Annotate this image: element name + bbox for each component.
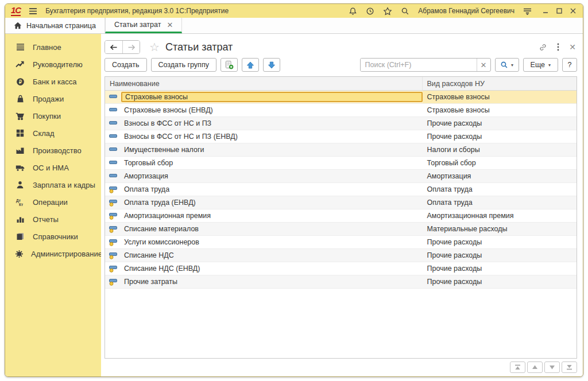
cost-item-name[interactable]: Списание НДС (ЕНВД) bbox=[121, 265, 423, 273]
more-actions-button[interactable]: Еще bbox=[523, 58, 558, 72]
notifications-bell-icon[interactable] bbox=[349, 7, 357, 15]
maximize-button[interactable] bbox=[556, 8, 562, 14]
expense-type-value[interactable]: Оплата труда bbox=[423, 183, 577, 196]
go-last-row-button[interactable] bbox=[562, 361, 577, 373]
go-first-row-button[interactable] bbox=[510, 361, 525, 373]
add-to-favorites-star-icon[interactable]: ☆ bbox=[149, 41, 160, 53]
sidebar-item-operations[interactable]: ДтКтОперации bbox=[5, 193, 101, 211]
cost-item-name[interactable]: Списание НДС bbox=[121, 251, 423, 259]
favorites-star-icon[interactable] bbox=[383, 7, 392, 15]
sidebar-item-fixed-assets[interactable]: ОС и НМА bbox=[5, 159, 101, 176]
sidebar-item-administration[interactable]: Администрирование bbox=[5, 245, 101, 262]
cost-item-name[interactable]: Торговый сбор bbox=[121, 159, 423, 167]
expense-type-value[interactable]: Амортизационная премия bbox=[423, 209, 577, 222]
sidebar-item-main[interactable]: Главное bbox=[5, 38, 101, 56]
move-down-button[interactable] bbox=[263, 58, 280, 72]
expense-type-value[interactable]: Прочие расходы bbox=[423, 262, 577, 275]
close-button[interactable] bbox=[570, 8, 576, 14]
table-row[interactable]: Прочие затратыПрочие расходы bbox=[105, 275, 577, 289]
expense-type-value[interactable]: Прочие расходы bbox=[423, 130, 577, 143]
table-row[interactable]: Страховые взносыСтраховые взносы bbox=[105, 91, 577, 104]
cost-item-name[interactable]: Оплата труда (ЕНВД) bbox=[121, 199, 423, 207]
go-next-row-button[interactable] bbox=[544, 361, 560, 373]
expense-type-value[interactable]: Амортизация bbox=[423, 170, 577, 182]
move-up-button[interactable] bbox=[242, 58, 259, 72]
section-sidebar: ГлавноеРуководителю₽Банк и кассаПродажиП… bbox=[5, 34, 101, 376]
sidebar-item-manager[interactable]: Руководителю bbox=[5, 56, 101, 73]
table-row[interactable]: Имущественные налогиНалоги и сборы bbox=[105, 143, 577, 157]
cost-item-name[interactable]: Прочие затраты bbox=[121, 278, 423, 286]
cost-item-name[interactable]: Взносы в ФСС от НС и ПЗ bbox=[121, 119, 423, 127]
history-icon[interactable] bbox=[366, 7, 374, 15]
table-row[interactable]: Списание НДСПрочие расходы bbox=[105, 249, 577, 262]
create-button[interactable]: Создать bbox=[105, 58, 147, 72]
more-menu-dots-icon[interactable] bbox=[557, 43, 559, 51]
cost-item-name[interactable]: Страховые взносы (ЕНВД) bbox=[121, 106, 423, 114]
table-row[interactable]: АмортизацияАмортизация bbox=[105, 170, 577, 183]
search-icon[interactable] bbox=[401, 7, 409, 15]
minimize-button[interactable] bbox=[543, 8, 548, 14]
sidebar-item-production[interactable]: Производство bbox=[5, 142, 101, 159]
expense-type-value[interactable]: Страховые взносы bbox=[423, 104, 577, 116]
sidebar-item-label: Отчеты bbox=[33, 215, 59, 224]
expense-type-value[interactable]: Страховые взносы bbox=[423, 91, 577, 103]
search-input[interactable] bbox=[361, 59, 477, 71]
sidebar-item-label: Продажи bbox=[33, 95, 64, 103]
go-previous-row-button[interactable] bbox=[527, 361, 543, 373]
sidebar-item-purchases[interactable]: Покупки bbox=[5, 107, 101, 125]
sidebar-item-label: Банк и касса bbox=[33, 77, 77, 86]
expense-type-value[interactable]: Прочие расходы bbox=[423, 117, 577, 130]
column-header-name[interactable]: Наименование bbox=[105, 77, 423, 90]
table-row[interactable]: Торговый сборТорговый сбор bbox=[105, 157, 577, 170]
back-button[interactable] bbox=[105, 41, 122, 53]
table-row[interactable]: Взносы в ФСС от НС и ПЗ (ЕНВД)Прочие рас… bbox=[105, 130, 577, 143]
expense-type-value[interactable]: Налоги и сборы bbox=[423, 143, 577, 156]
cost-item-name[interactable]: Взносы в ФСС от НС и ПЗ (ЕНВД) bbox=[121, 133, 423, 141]
table-row[interactable]: Взносы в ФСС от НС и ПЗПрочие расходы bbox=[105, 117, 577, 130]
create-group-button[interactable]: Создать группу bbox=[151, 58, 216, 72]
sidebar-item-warehouse[interactable]: Склад bbox=[5, 125, 101, 142]
table-row[interactable]: Списание НДС (ЕНВД)Прочие расходы bbox=[105, 262, 577, 275]
tab-home[interactable]: Начальная страница bbox=[5, 18, 105, 33]
sidebar-item-label: Покупки bbox=[33, 112, 61, 120]
column-header-expense-type[interactable]: Вид расходов НУ bbox=[423, 80, 577, 88]
table-row[interactable]: Амортизационная премияАмортизационная пр… bbox=[105, 209, 577, 223]
close-panel-icon[interactable]: ✕ bbox=[569, 43, 576, 51]
cost-item-name[interactable]: Оплата труда bbox=[121, 185, 423, 193]
table-nav-footer bbox=[105, 359, 577, 374]
cost-item-name[interactable]: Страховые взносы bbox=[121, 92, 423, 102]
sidebar-item-sales[interactable]: Продажи bbox=[5, 90, 101, 107]
expense-type-value[interactable]: Прочие расходы bbox=[423, 275, 577, 288]
table-row[interactable]: Оплата трудаОплата труда bbox=[105, 183, 577, 196]
tab-cost-items[interactable]: Статьи затрат ✕ bbox=[105, 18, 182, 33]
sidebar-item-reports[interactable]: Отчеты bbox=[5, 211, 101, 228]
main-menu-icon[interactable] bbox=[29, 7, 37, 15]
expense-type-value[interactable]: Материальные расходы bbox=[423, 223, 577, 235]
table-row[interactable]: Списание материаловМатериальные расходы bbox=[105, 223, 577, 236]
table-row[interactable]: Оплата труда (ЕНВД)Оплата труда bbox=[105, 196, 577, 209]
cost-item-name[interactable]: Амортизационная премия bbox=[121, 212, 423, 220]
settings-menu-icon[interactable] bbox=[523, 7, 532, 15]
sidebar-item-bank-cash[interactable]: ₽Банк и касса bbox=[5, 73, 101, 90]
sidebar-item-salary-hr[interactable]: Зарплата и кадры bbox=[5, 176, 101, 193]
forward-button[interactable] bbox=[122, 41, 140, 53]
expense-type-value[interactable]: Прочие расходы bbox=[423, 249, 577, 262]
expense-type-value[interactable]: Оплата труда bbox=[423, 196, 577, 209]
cost-item-name[interactable]: Списание материалов bbox=[121, 225, 423, 233]
current-user[interactable]: Абрамов Геннадий Сергеевич bbox=[418, 7, 514, 15]
item-icon bbox=[105, 146, 121, 154]
sidebar-item-references[interactable]: Справочники bbox=[5, 228, 101, 245]
expense-type-value[interactable]: Торговый сбор bbox=[423, 157, 577, 169]
table-row[interactable]: Услуги комиссионеровПрочие расходы bbox=[105, 236, 577, 249]
search-clear-icon[interactable]: ✕ bbox=[477, 59, 490, 71]
cost-item-name[interactable]: Имущественные налоги bbox=[121, 146, 423, 154]
search-options-button[interactable] bbox=[495, 58, 519, 72]
expense-type-value[interactable]: Прочие расходы bbox=[423, 236, 577, 248]
cost-item-name[interactable]: Амортизация bbox=[121, 172, 423, 180]
cost-item-name[interactable]: Услуги комиссионеров bbox=[121, 238, 423, 246]
copy-item-button[interactable] bbox=[220, 58, 238, 72]
tab-close-icon[interactable]: ✕ bbox=[167, 21, 173, 29]
get-link-icon[interactable] bbox=[539, 43, 547, 52]
table-row[interactable]: Страховые взносы (ЕНВД)Страховые взносы bbox=[105, 104, 577, 117]
help-button[interactable]: ? bbox=[562, 58, 577, 72]
